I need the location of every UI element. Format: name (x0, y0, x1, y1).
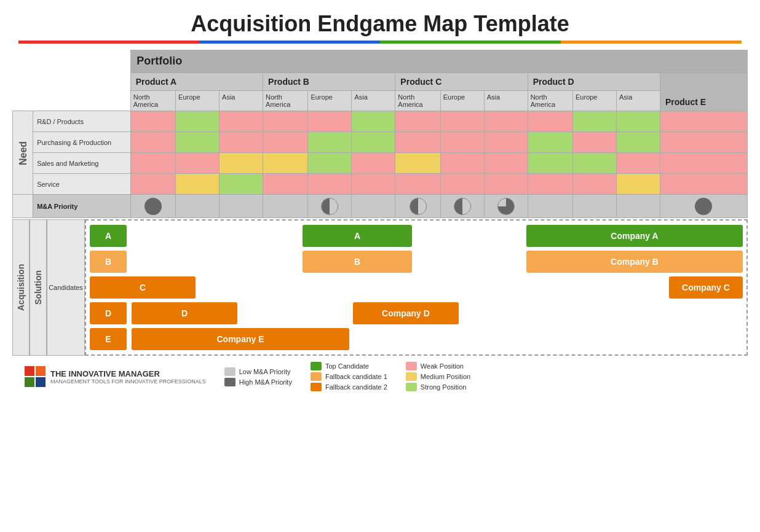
legend-box-yellow (406, 372, 417, 381)
pur-pa-as (220, 132, 263, 153)
ma-circle-full-pe (695, 198, 712, 215)
svc-pb-as (352, 174, 395, 195)
company-a: Company A (526, 225, 743, 247)
logo-sq-green (25, 377, 34, 387)
product-a-header: Product A (130, 73, 263, 91)
rd-pd-eu (573, 111, 617, 132)
legend-medium: Medium Position (406, 372, 470, 381)
legend-label-fallback1: Fallback candidate 1 (325, 373, 387, 380)
svc-pb-eu (308, 174, 352, 195)
sal-pd-na (528, 153, 572, 174)
pur-pd-eu (573, 132, 617, 153)
company-d: Company D (353, 302, 459, 324)
svc-pa-eu (176, 174, 220, 195)
rd-pe (660, 111, 747, 132)
legend-weak: Weak Position (406, 362, 470, 370)
svc-pd-eu (573, 174, 617, 195)
candidate-row-2: B B Company B (90, 249, 743, 275)
candidate-b-pa: B (90, 251, 127, 273)
acquisition-grid: A A Company A B B (85, 219, 748, 356)
pd-eu-region: Europe (573, 91, 617, 111)
ma-priority-row: M&A Priority (13, 195, 748, 218)
main-table: Portfolio Product A Product B Product C … (12, 50, 748, 218)
rd-pa-as (220, 111, 263, 132)
pb-na-region: North America (263, 91, 308, 111)
company-c: Company C (669, 276, 743, 299)
candidates-label: Candidates (47, 219, 85, 356)
ma-pb-na (263, 195, 308, 218)
logo-sq-red (25, 366, 34, 376)
pb-eu-region: Europe (308, 91, 352, 111)
legend-low-ma: Low M&A Priority (224, 367, 292, 376)
legend-box-pink (406, 362, 417, 370)
ma-pd-eu (573, 195, 617, 218)
rd-pd-as (617, 111, 660, 132)
acquisition-section: Acquisition Solution Candidates A A Comp… (12, 219, 748, 356)
logo-squares (25, 366, 46, 387)
acq-labels: Acquisition Solution Candidates (12, 219, 85, 356)
candidate-c-pa: C (90, 276, 196, 299)
ma-pb-as (352, 195, 395, 218)
svc-pe (660, 174, 747, 195)
svc-pb-na (263, 174, 308, 195)
logo: THE INNOVATIVE MANAGER MANAGEMENT TOOLS … (25, 366, 206, 387)
sales-label: Sales and Marketing (33, 153, 131, 174)
svc-pa-as (220, 174, 263, 195)
acquisition-label: Acquisition (12, 219, 30, 356)
candidate-row-5: E Company E (90, 326, 743, 352)
legend-fallback-2: Fallback candidate 2 (311, 383, 387, 391)
sal-pe (660, 153, 747, 174)
svc-pc-eu (440, 174, 484, 195)
sal-pb-as (352, 153, 395, 174)
product-b-header: Product B (263, 73, 395, 91)
svc-pd-na (528, 174, 572, 195)
legend-label-low-ma: Low M&A Priority (239, 368, 291, 375)
pur-pb-na (263, 132, 308, 153)
pc-na-region: North America (395, 91, 440, 111)
legend-candidates: Top Candidate Fallback candidate 1 Fallb… (311, 362, 387, 391)
pa-na-region: North America (130, 91, 175, 111)
rd-pa-eu (176, 111, 220, 132)
legend-top-candidate: Top Candidate (311, 362, 387, 370)
color-bar (18, 41, 742, 44)
legend-box-green (311, 362, 322, 370)
ma-pc-na (395, 195, 440, 218)
logo-sq-blue (36, 377, 46, 387)
purchasing-label: Purchasing & Production (33, 132, 131, 153)
sal-pd-eu (573, 153, 617, 174)
need-label: Need (13, 111, 33, 195)
pur-pc-eu (440, 132, 484, 153)
sal-pc-as (484, 153, 528, 174)
candidate-row-1: A A Company A (90, 223, 743, 249)
ma-pe (660, 195, 747, 218)
ma-circle-full (144, 198, 162, 215)
legend-fallback-1: Fallback candidate 1 (311, 372, 387, 381)
legend-high-ma: High M&A Priority (224, 378, 292, 386)
product-d-header: Product D (528, 73, 660, 91)
pur-pd-as (617, 132, 660, 153)
svc-pc-as (484, 174, 528, 195)
product-c-header: Product C (395, 73, 528, 91)
product-e-header: Product E (660, 73, 747, 111)
legend-box-orange-light (311, 372, 322, 381)
candidate-row-3: C Company C (90, 275, 743, 300)
svc-pa-na (130, 174, 175, 195)
ma-pb-eu (308, 195, 352, 218)
footer: THE INNOVATIVE MANAGER MANAGEMENT TOOLS … (25, 362, 735, 391)
rd-pc-na (395, 111, 440, 132)
legend-label-fallback2: Fallback candidate 2 (325, 383, 387, 391)
candidate-a-pa: A (90, 225, 127, 247)
solution-label: Solution (30, 219, 47, 356)
legend-label-high-ma: High M&A Priority (239, 378, 292, 386)
pc-as-region: Asia (484, 91, 528, 111)
sal-pb-eu (308, 153, 352, 174)
pur-pb-as (352, 132, 395, 153)
rd-pc-as (484, 111, 528, 132)
pb-as-region: Asia (352, 91, 395, 111)
rd-pb-eu (308, 111, 352, 132)
candidate-row-4: D D Company D (90, 300, 743, 326)
legend-positions: Weak Position Medium Position Strong Pos… (406, 362, 470, 391)
company-e: Company E (132, 328, 349, 350)
portfolio-label: Portfolio (130, 50, 747, 73)
pur-pc-as (484, 132, 528, 153)
